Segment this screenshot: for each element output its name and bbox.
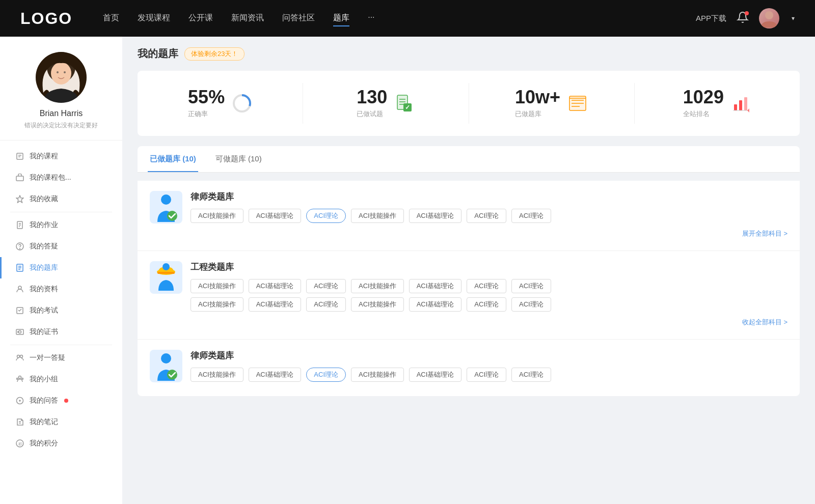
tag[interactable]: ACI理论	[306, 297, 346, 312]
pie-chart-icon	[232, 93, 252, 114]
nav-menu: 首页 发现课程 公开课 新闻资讯 问答社区 题库 ···	[103, 11, 696, 26]
sidebar-label: 我的问答	[30, 396, 58, 405]
qbank-card-lawyer-1: 律师类题库 ACI技能操作 ACI基础理论 ACI理论 ACI技能操作 ACI基…	[138, 181, 800, 251]
tag[interactable]: ACI基础理论	[249, 368, 302, 382]
tag[interactable]: ACI技能操作	[191, 279, 243, 293]
tag[interactable]: ACI技能操作	[191, 368, 243, 382]
sidebar-item-notes[interactable]: 我的笔记	[0, 411, 122, 433]
tag[interactable]: ACI理论	[511, 209, 551, 223]
avatar[interactable]	[759, 8, 779, 29]
svg-rect-56	[744, 97, 747, 110]
nav-item-discover[interactable]: 发现课程	[138, 11, 170, 26]
trial-badge: 体验剩余23天！	[184, 47, 244, 61]
expand-button-1[interactable]: 展开全部科目 >	[191, 227, 787, 240]
nav-item-open-course[interactable]: 公开课	[188, 11, 213, 26]
sidebar-label: 我的资料	[30, 285, 58, 294]
tag[interactable]: ACI技能操作	[351, 368, 404, 382]
tag[interactable]: ACI基础理论	[249, 209, 302, 223]
tag[interactable]: ACI理论	[467, 368, 506, 382]
sidebar-item-exam[interactable]: 我的考试	[0, 300, 122, 321]
sidebar-item-answers[interactable]: 我的问答	[0, 390, 122, 411]
nav-item-more[interactable]: ···	[368, 11, 374, 26]
tag[interactable]: ACI理论	[467, 209, 506, 223]
tag[interactable]: ACI技能操作	[191, 297, 243, 312]
tag[interactable]: ACI基础理论	[409, 279, 462, 293]
sidebar-item-qbank[interactable]: 我的题库	[0, 257, 122, 278]
tag-active[interactable]: ACI理论	[306, 368, 346, 382]
sidebar-label: 一对一答疑	[30, 353, 65, 362]
sidebar-label: 我的笔记	[30, 417, 58, 427]
sidebar-label: 我的收藏	[30, 194, 58, 204]
qbank-card-lawyer-2: 律师类题库 ACI技能操作 ACI基础理论 ACI理论 ACI技能操作 ACI基…	[138, 340, 800, 396]
note-icon	[15, 417, 24, 427]
sidebar-label: 我的证书	[30, 327, 58, 337]
points-icon: 积	[15, 439, 24, 448]
collapse-button[interactable]: 收起全部科目 >	[191, 316, 787, 329]
svg-marker-58	[747, 108, 749, 113]
page-title: 我的题库	[138, 47, 178, 61]
one-on-one-icon	[15, 353, 24, 362]
sidebar-label: 我的作业	[30, 220, 58, 230]
nav-item-qbank[interactable]: 题库	[333, 11, 349, 26]
stat-done-questions-value: 130	[357, 88, 387, 106]
sidebar-item-favorites[interactable]: 我的收藏	[0, 188, 122, 210]
svg-point-25	[19, 331, 21, 333]
qbank-card-title-eng: 工程类题库	[191, 261, 787, 273]
cert-icon	[15, 327, 24, 337]
avatar-chevron-icon[interactable]: ▾	[792, 15, 795, 22]
tag[interactable]: ACI理论	[511, 297, 551, 312]
stat-ranking: 1029 全站排名	[635, 83, 800, 124]
stat-accuracy-value: 55%	[188, 88, 225, 106]
tag[interactable]: ACI基础理论	[409, 209, 462, 223]
tag[interactable]: ACI基础理论	[249, 279, 302, 293]
svg-point-64	[161, 353, 171, 363]
sidebar-menu: 我的课程 我的课程包... 我的收藏	[0, 141, 122, 459]
sidebar-item-course-package[interactable]: 我的课程包...	[0, 167, 122, 188]
tag[interactable]: ACI技能操作	[351, 279, 404, 293]
sidebar-profile: Brian Harris 错误的决定比没有决定要好	[0, 52, 122, 141]
stat-done-questions-label: 已做试题	[357, 109, 387, 119]
sidebar-item-my-qa[interactable]: 我的答疑	[0, 236, 122, 257]
tag[interactable]: ACI基础理论	[249, 297, 302, 312]
sidebar-item-points[interactable]: 积 我的积分	[0, 433, 122, 454]
tag[interactable]: ACI理论	[511, 368, 551, 382]
tab-available-qbank[interactable]: 可做题库 (10)	[213, 146, 264, 172]
tag[interactable]: ACI理论	[511, 279, 551, 293]
notification-bell[interactable]	[737, 11, 749, 25]
sidebar: Brian Harris 错误的决定比没有决定要好 我的课程 我的课程包...	[0, 37, 122, 504]
tag[interactable]: ACI理论	[306, 279, 346, 293]
tag[interactable]: ACI基础理论	[409, 368, 462, 382]
nav-item-home[interactable]: 首页	[103, 11, 119, 26]
nav-item-qa[interactable]: 问答社区	[282, 11, 315, 26]
nav-item-news[interactable]: 新闻资讯	[231, 11, 264, 26]
stats-row: 55% 正确率 130 已做试题	[138, 71, 800, 136]
svg-rect-7	[17, 153, 23, 159]
logo[interactable]: LOGO	[20, 9, 72, 28]
sidebar-label: 我的积分	[30, 439, 58, 448]
svg-point-29	[19, 376, 21, 379]
qbank-card-title-lawyer2: 律师类题库	[191, 350, 787, 361]
list-icon	[567, 93, 588, 114]
tag-active[interactable]: ACI理论	[306, 209, 346, 223]
sidebar-item-homework[interactable]: 我的作业	[0, 214, 122, 236]
sidebar-item-my-courses[interactable]: 我的课程	[0, 146, 122, 167]
qbank-tags-eng-row2: ACI技能操作 ACI基础理论 ACI理论 ACI技能操作 ACI基础理论 AC…	[191, 297, 787, 312]
tag[interactable]: ACI技能操作	[351, 209, 404, 223]
sidebar-item-profile-data[interactable]: 我的资料	[0, 278, 122, 300]
sidebar-item-certificate[interactable]: 我的证书	[0, 321, 122, 343]
svg-point-40	[237, 98, 247, 108]
sidebar-item-one-on-one[interactable]: 一对一答疑	[0, 347, 122, 369]
main-content: 我的题库 体验剩余23天！ 55% 正确率	[122, 37, 815, 504]
avatar-image	[36, 52, 87, 103]
app-download-button[interactable]: APP下载	[696, 14, 726, 23]
tag[interactable]: ACI理论	[467, 279, 506, 293]
svg-point-6	[64, 71, 66, 73]
sidebar-item-group[interactable]: 我的小组	[0, 369, 122, 390]
tag[interactable]: ACI技能操作	[351, 297, 404, 312]
tag[interactable]: ACI基础理论	[409, 297, 462, 312]
tag[interactable]: ACI理论	[467, 297, 506, 312]
tab-done-qbank[interactable]: 已做题库 (10)	[148, 146, 198, 172]
tag[interactable]: ACI技能操作	[191, 209, 243, 223]
svg-point-31	[22, 378, 23, 380]
stat-accuracy-label: 正确率	[188, 109, 225, 119]
